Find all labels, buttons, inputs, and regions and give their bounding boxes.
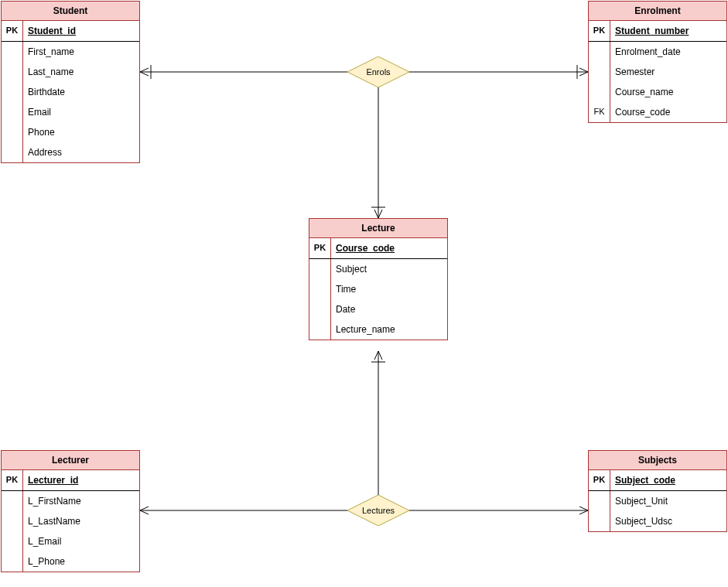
pk-label: PK [2, 470, 23, 490]
pk-label: PK [589, 21, 610, 41]
pk-field: Student_number [610, 21, 726, 41]
entity-title: Lecture [309, 219, 447, 238]
attr: L_LastName [23, 511, 139, 531]
pk-label: PK [2, 21, 23, 41]
pk-field: Student_id [23, 21, 139, 41]
attr: Subject [331, 259, 447, 279]
pk-label: PK [589, 470, 610, 490]
attr: Date [331, 299, 447, 319]
attr: Course_name [610, 82, 726, 102]
entity-lecturer: Lecturer PK Lecturer_id L_FirstName L_La… [1, 450, 140, 572]
pk-field: Subject_code [610, 470, 726, 490]
attr: L_Email [23, 531, 139, 551]
attr: Lecture_name [331, 319, 447, 340]
attr: L_FirstName [23, 491, 139, 511]
relationship-label: Enrols [366, 67, 390, 77]
relationship-label: Lectures [362, 506, 395, 515]
pk-field: Course_code [331, 238, 447, 258]
attr: Time [331, 279, 447, 299]
entity-title: Subjects [589, 451, 726, 470]
entity-title: Lecturer [2, 451, 139, 470]
attr: Phone [23, 122, 139, 142]
entity-title: Enrolment [589, 2, 726, 21]
attr: Last_name [23, 62, 139, 82]
attr: Birthdate [23, 82, 139, 102]
entity-title: Student [2, 2, 139, 21]
attr: Address [23, 142, 139, 162]
attr: L_Phone [23, 551, 139, 572]
pk-field: Lecturer_id [23, 470, 139, 490]
relationship-enrols: Enrols [347, 56, 409, 87]
fk-field: Course_code [610, 102, 726, 122]
relationship-lectures: Lectures [347, 495, 409, 526]
pk-label: PK [309, 238, 331, 258]
entity-subjects: Subjects PK Subject_code Subject_Unit Su… [588, 450, 727, 532]
entity-enrolment: Enrolment PK Student_number Enrolment_da… [588, 1, 727, 123]
fk-label: FK [589, 102, 610, 122]
attr: Subject_Udsc [610, 511, 726, 531]
attr: Subject_Unit [610, 491, 726, 511]
attr: Enrolment_date [610, 42, 726, 62]
attr: First_name [23, 42, 139, 62]
attr: Email [23, 102, 139, 122]
entity-student: Student PK Student_id First_name Last_na… [1, 1, 140, 163]
attr: Semester [610, 62, 726, 82]
entity-lecture: Lecture PK Course_code Subject Time Date… [309, 218, 448, 340]
